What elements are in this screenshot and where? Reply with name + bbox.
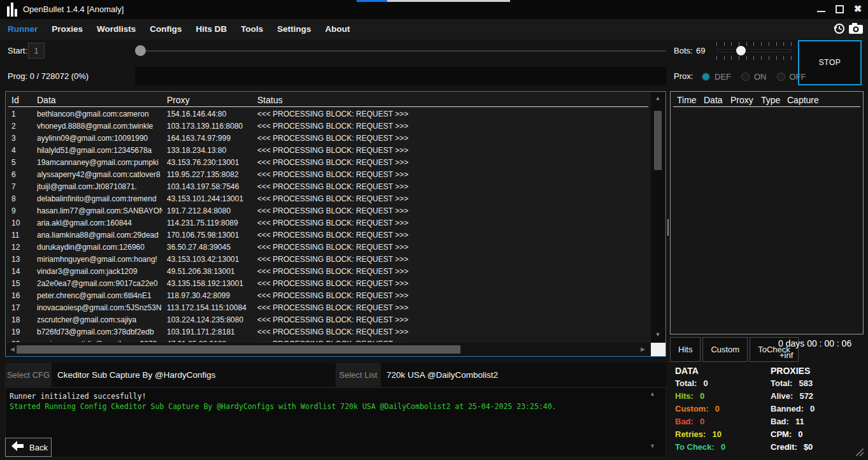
cell-proxy: 103.191.171.2:8181 <box>167 326 255 338</box>
camera-icon[interactable] <box>848 23 864 37</box>
menu-item-wordlists[interactable]: Wordlists <box>90 19 143 40</box>
cell-id: 18 <box>11 314 20 326</box>
table-row[interactable]: 17inovacaoiesp@gmail.com:5JSnz53N113.172… <box>6 302 650 314</box>
log-line: Runner initialized succesfully! <box>10 391 662 401</box>
menu-item-tools[interactable]: Tools <box>234 19 270 40</box>
prox-radio-off[interactable] <box>777 73 785 81</box>
progress-slider-track[interactable] <box>135 50 666 52</box>
prox-radio-on[interactable] <box>741 73 750 81</box>
cell-data: delabalinfinito@gmail.com:tremend <box>37 193 162 205</box>
prox-radio-label-on: ON <box>754 72 767 82</box>
cell-proxy: 43.135.158.192:13001 <box>167 278 255 290</box>
column-header-proxy[interactable]: Proxy <box>167 94 190 106</box>
cell-status: <<< PROCESSING BLOCK: REQUEST >>> <box>257 254 408 266</box>
start-input[interactable] <box>28 43 45 59</box>
cell-id: 11 <box>11 229 19 241</box>
cell-id: 9 <box>11 205 16 217</box>
bots-slider[interactable] <box>716 40 792 62</box>
menu-item-configs[interactable]: Configs <box>143 19 189 40</box>
log-scroll-down-icon[interactable]: ▼ <box>650 443 655 449</box>
vertical-scrollbar[interactable]: ▲ ▼ <box>651 92 665 342</box>
cell-status: <<< PROCESSING BLOCK: REQUEST >>> <box>257 108 408 120</box>
table-row[interactable]: 6alyssaperry42@gmail.com:catlover8119.95… <box>6 169 650 181</box>
table-row[interactable]: 13miriamhnguyen@gmail.com:hoang!43.153.1… <box>6 254 650 266</box>
maximize-button[interactable] <box>831 0 848 18</box>
scroll-left-icon[interactable]: ◀ <box>10 343 15 356</box>
history-icon[interactable] <box>833 22 845 37</box>
table-row[interactable]: 16peter.chrenc@gmail.com:6tli4nE1118.97.… <box>6 290 650 302</box>
tab-custom[interactable]: Custom <box>702 337 748 362</box>
bots-slider-handle[interactable] <box>736 46 746 55</box>
cell-data: vindar3@gmail.com:jack1209 <box>37 266 162 278</box>
back-button[interactable]: Back <box>5 438 52 457</box>
bots-label: Bots: <box>674 43 693 59</box>
menu-item-settings[interactable]: Settings <box>270 19 318 40</box>
stat-row: Credit:$0 <box>771 441 866 454</box>
stat-row: Retries:10 <box>675 428 771 441</box>
horizontal-scrollbar[interactable]: ◀ ▶ <box>6 343 651 356</box>
table-row[interactable]: 14vindar3@gmail.com:jack120949.51.206.38… <box>6 266 650 278</box>
column-header-proxy[interactable]: Proxy <box>730 94 753 106</box>
table-row[interactable]: 9hasan.lim77@gmail.com:SANBAYON191.7.212… <box>6 205 650 217</box>
minimize-button[interactable] <box>813 0 829 18</box>
prox-label: Prox: <box>674 68 693 85</box>
select-cfg-button[interactable]: Select CFG <box>5 363 52 387</box>
column-header-status[interactable]: Status <box>257 94 283 106</box>
stat-label: Bad: <box>675 417 694 426</box>
cell-id: 19 <box>11 326 20 338</box>
prox-radio-def[interactable] <box>702 73 710 81</box>
menu-item-about[interactable]: About <box>318 19 357 40</box>
stat-row: CPM:0 <box>771 428 866 441</box>
cell-data: miriamhnguyen@gmail.com:hoang! <box>37 254 162 266</box>
cell-proxy: 103.173.139.116:8080 <box>167 120 255 133</box>
bots-slider-track[interactable] <box>716 49 792 52</box>
log-scroll-up-icon[interactable]: ▲ <box>650 391 655 397</box>
results-table-body: 1bethlancon@gmail.com:cameron154.16.146.… <box>6 108 650 342</box>
table-row[interactable]: 18zscrutcher@gmail.com:sajiya103.224.124… <box>6 314 650 326</box>
scroll-down-icon[interactable]: ▼ <box>651 331 665 338</box>
table-row[interactable]: 12durukaydin@gmail.com:12696036.50.27.48… <box>6 241 650 254</box>
menu-item-proxies[interactable]: Proxies <box>45 19 90 40</box>
scrollbar-corner <box>651 343 665 356</box>
cell-data: ana.liamkina88@gmail.com:29dead <box>37 229 162 241</box>
close-button[interactable]: ✖ <box>850 0 866 18</box>
menu-item-hits-db[interactable]: Hits DB <box>189 19 234 40</box>
horizontal-scrollbar-thumb[interactable] <box>17 345 460 354</box>
progress-slider-handle[interactable] <box>135 45 146 56</box>
stat-row: Banned:0 <box>771 403 866 415</box>
stat-label: Hits: <box>675 391 694 401</box>
column-header-time[interactable]: Time <box>677 94 697 106</box>
vertical-scrollbar-thumb[interactable] <box>654 111 662 170</box>
table-row[interactable]: 19b726fd73@gmail.com:378dbf2edb103.191.1… <box>6 326 650 338</box>
table-row[interactable]: 4hilalyld51@gmail.com:12345678a133.18.23… <box>6 145 650 157</box>
tab-hits[interactable]: Hits <box>670 337 701 362</box>
table-row[interactable]: 7jtuijl@gmail.com:Jt08710871.103.143.197… <box>6 181 650 193</box>
table-row[interactable]: 519amcannaney@gmail.com:pumpki43.153.76.… <box>6 157 650 169</box>
column-header-data[interactable]: Data <box>37 94 56 106</box>
proxy-mode-options: DEFONOFF <box>702 68 816 85</box>
resize-grip[interactable] <box>853 446 864 459</box>
cell-status: <<< PROCESSING BLOCK: REQUEST >>> <box>257 278 408 290</box>
table-row[interactable]: 10aria.akl@gmail.com:160844114.231.75.11… <box>6 217 650 229</box>
panel-splitter[interactable] <box>667 219 669 236</box>
table-row[interactable]: 152a2e0ea7@gmail.com:9017ca22e043.135.15… <box>6 278 650 290</box>
scroll-up-icon[interactable]: ▲ <box>651 95 665 101</box>
column-header-capture[interactable]: Capture <box>787 94 819 106</box>
column-header-data[interactable]: Data <box>704 94 723 106</box>
table-row[interactable]: 20raminmamentidis@gmail.com:987647.91.65… <box>6 338 650 342</box>
table-row[interactable]: 8delabalinfinito@gmail.com:tremend43.153… <box>6 193 650 205</box>
select-list-button[interactable]: Select List <box>336 363 381 387</box>
table-row[interactable]: 2vhoneyd.8888@gmail.com:twinkle103.173.1… <box>6 120 650 133</box>
cell-status: <<< PROCESSING BLOCK: REQUEST >>> <box>257 120 408 133</box>
header-underline <box>8 106 648 107</box>
menu-item-runner[interactable]: Runner <box>1 19 45 40</box>
table-row[interactable]: 11ana.liamkina88@gmail.com:29dead170.106… <box>6 229 650 241</box>
prox-radio-label-def: DEF <box>715 72 731 82</box>
scroll-right-icon[interactable]: ▶ <box>641 343 645 356</box>
start-label: Start: <box>8 43 27 59</box>
column-header-type[interactable]: Type <box>761 94 780 106</box>
column-header-id[interactable]: Id <box>11 94 19 106</box>
table-row[interactable]: 3ayylinn09@gmail.com:10091990164.163.74.… <box>6 133 650 145</box>
table-row[interactable]: 1bethlancon@gmail.com:cameron154.16.146.… <box>6 108 650 120</box>
cell-status: <<< PROCESSING BLOCK: REQUEST >>> <box>257 157 408 169</box>
